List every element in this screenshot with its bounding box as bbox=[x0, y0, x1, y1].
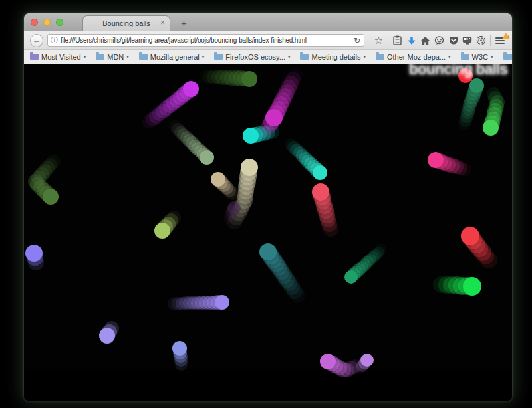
ball bbox=[265, 109, 283, 126]
ball bbox=[172, 341, 187, 356]
bookmark-item[interactable]: MDN▾ bbox=[96, 53, 129, 61]
toolbar-icons: ☆ bbox=[372, 35, 507, 46]
ball-trail-dot bbox=[168, 297, 181, 310]
url-bar[interactable]: ⓘ file:///Users/chrismills/git/learning-… bbox=[47, 34, 364, 47]
home-icon[interactable] bbox=[418, 36, 432, 45]
bookmarks-bar: Most Visited▾MDN▾Mozilla general▾Firefox… bbox=[24, 50, 512, 64]
ball-trail-dot bbox=[46, 155, 60, 169]
browser-window: Bouncing balls × + ← ⓘ file:///Users/chr… bbox=[24, 13, 512, 401]
ball bbox=[227, 201, 241, 215]
bookmark-label: Most Visited bbox=[41, 53, 81, 61]
ball-trail-dot bbox=[142, 114, 156, 128]
ball bbox=[211, 172, 225, 187]
bookmark-star-icon[interactable]: ☆ bbox=[372, 35, 386, 45]
ball bbox=[463, 277, 481, 296]
folder-icon bbox=[376, 54, 384, 60]
toolbar-separator bbox=[490, 35, 491, 46]
folder-icon bbox=[96, 54, 104, 60]
downloads-icon[interactable] bbox=[404, 36, 418, 45]
reading-list-icon[interactable] bbox=[390, 35, 404, 45]
chevron-down-icon: ▾ bbox=[288, 54, 291, 60]
new-tab-button[interactable]: + bbox=[181, 19, 187, 28]
ball bbox=[25, 245, 43, 262]
folder-icon bbox=[461, 54, 469, 60]
page-title: bouncing balls bbox=[409, 64, 507, 78]
bookmark-label: Mozilla general bbox=[150, 53, 200, 61]
chevron-down-icon: ▾ bbox=[84, 54, 86, 60]
bookmark-item[interactable]: Most Visited▾ bbox=[30, 53, 86, 61]
chevron-down-icon: ▾ bbox=[448, 54, 451, 60]
chat-bubble-icon[interactable] bbox=[432, 36, 446, 45]
reload-button[interactable]: ↻ bbox=[350, 35, 364, 46]
navigation-bar: ← ⓘ file:///Users/chrismills/git/learnin… bbox=[24, 31, 512, 50]
tab-bar: Bouncing balls × + bbox=[24, 13, 512, 31]
bookmark-item[interactable]: Mozilla general▾ bbox=[139, 53, 205, 61]
bookmark-item[interactable]: W3C▾ bbox=[461, 53, 493, 61]
chevron-down-icon: ▾ bbox=[491, 54, 493, 60]
url-text: file:///Users/chrismills/git/learning-ar… bbox=[61, 37, 307, 44]
toolbar-separator bbox=[388, 35, 388, 46]
ball bbox=[200, 150, 214, 165]
chevron-down-icon: ▾ bbox=[126, 54, 129, 60]
ball-trail-dot bbox=[175, 357, 188, 371]
screenshot-stage: Bouncing balls × + ← ⓘ file:///Users/chr… bbox=[0, 0, 532, 408]
folder-icon bbox=[214, 54, 223, 60]
ball bbox=[469, 78, 484, 93]
chevron-down-icon: ▾ bbox=[363, 54, 366, 60]
page-content: bouncing balls bbox=[24, 64, 512, 401]
bookmark-item[interactable]: Other Moz depa...▾ bbox=[376, 53, 451, 61]
ball bbox=[344, 270, 358, 284]
minimize-window-button[interactable] bbox=[43, 19, 51, 26]
bookmark-label: Other Moz depa... bbox=[387, 53, 446, 61]
chevron-down-icon: ▾ bbox=[202, 54, 205, 60]
bookmark-label: W3C bbox=[472, 53, 488, 61]
back-button[interactable]: ← bbox=[30, 34, 43, 47]
bookmark-label: Meeting details bbox=[311, 53, 360, 61]
ball-trail-dot bbox=[480, 252, 497, 268]
ball-trail-dot bbox=[169, 120, 182, 133]
ball bbox=[154, 223, 170, 239]
tab-title: Bouncing balls bbox=[102, 19, 150, 27]
ball-trail-dot bbox=[199, 69, 213, 83]
tab-close-icon[interactable]: × bbox=[160, 19, 165, 27]
ball bbox=[241, 71, 257, 87]
fingerprint-icon[interactable] bbox=[474, 35, 488, 45]
bookmark-item[interactable]: Games▾ bbox=[503, 53, 512, 61]
ball bbox=[483, 120, 499, 136]
ball bbox=[183, 81, 199, 97]
zoom-window-button[interactable] bbox=[56, 19, 63, 26]
bookmark-label: FirefoxOS ecosy... bbox=[225, 53, 285, 61]
folder-icon bbox=[139, 54, 148, 60]
bookmark-item[interactable]: FirefoxOS ecosy...▾ bbox=[214, 53, 290, 61]
ball bbox=[43, 189, 59, 205]
ball bbox=[99, 328, 115, 344]
bookmark-item[interactable]: Meeting details▾ bbox=[300, 53, 366, 61]
pocket-icon[interactable] bbox=[446, 36, 460, 45]
ball bbox=[215, 295, 229, 310]
ball bbox=[259, 243, 277, 260]
folder-icon bbox=[30, 54, 39, 60]
ball bbox=[461, 227, 479, 245]
ball-trail-dot bbox=[290, 288, 305, 303]
ball bbox=[313, 165, 327, 180]
tab-bouncing-balls[interactable]: Bouncing balls × bbox=[82, 15, 170, 31]
ball bbox=[360, 354, 374, 367]
folder-icon bbox=[300, 54, 309, 60]
youtube-icon[interactable] bbox=[460, 36, 474, 45]
folder-icon bbox=[503, 54, 512, 60]
ball bbox=[241, 159, 258, 176]
traffic-lights bbox=[31, 19, 63, 26]
ball bbox=[312, 183, 329, 201]
ball bbox=[320, 354, 336, 369]
menu-icon[interactable]: ! bbox=[493, 37, 507, 44]
ball bbox=[243, 128, 259, 144]
close-window-button[interactable] bbox=[31, 19, 38, 26]
bookmark-label: MDN bbox=[107, 53, 124, 61]
info-icon[interactable]: ⓘ bbox=[51, 35, 58, 45]
ball bbox=[428, 152, 444, 168]
ball-trail-dot bbox=[323, 221, 338, 237]
